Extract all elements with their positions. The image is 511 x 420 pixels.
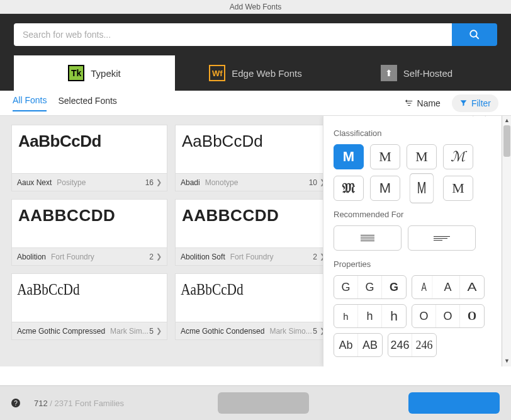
sort-button[interactable]: Name xyxy=(405,98,441,108)
font-card[interactable]: AABBCCDDAbolition SoftFort Foundry2❯ xyxy=(175,199,331,266)
scroll-thumb[interactable] xyxy=(503,125,510,157)
prop-contrast-opt[interactable]: O xyxy=(436,305,460,327)
tab-typekit-label: Typekit xyxy=(91,68,121,79)
filter-label: Filter xyxy=(471,98,491,108)
prop-width: AAA xyxy=(412,275,485,299)
sub-tab-selected-fonts[interactable]: Selected Fonts xyxy=(58,96,116,111)
font-meta: AbolitionFort Foundry2❯ xyxy=(12,247,167,265)
chevron-right-icon[interactable]: ❯ xyxy=(156,327,162,335)
classification-chip-3[interactable]: ℳ xyxy=(443,144,473,169)
classification-row: MMMℳ𝔐MMM xyxy=(334,144,491,201)
scroll-down-icon[interactable]: ▼ xyxy=(503,358,510,365)
sort-label: Name xyxy=(417,98,441,108)
svg-point-0 xyxy=(470,30,477,37)
chevron-right-icon[interactable]: ❯ xyxy=(156,253,162,261)
font-foundry: Monotype xyxy=(205,178,239,187)
filter-button[interactable]: Filter xyxy=(452,94,498,112)
prop-figures: 246246 xyxy=(388,333,437,357)
search-input[interactable] xyxy=(14,23,452,46)
font-variant-count: 5 xyxy=(149,327,154,336)
tab-edge-label: Edge Web Fonts xyxy=(232,68,301,79)
prop-weight-opt[interactable]: G xyxy=(358,276,382,298)
font-preview: AaBbCcDd xyxy=(176,125,330,173)
recommended-heading[interactable] xyxy=(408,225,476,251)
sub-tab-all-fonts[interactable]: All Fonts xyxy=(13,95,47,111)
font-card[interactable]: AaBbCcDdAaux NextPositype16❯ xyxy=(11,125,167,191)
chevron-right-icon[interactable]: ❯ xyxy=(156,178,162,186)
font-name: Acme Gothic Condensed xyxy=(181,327,264,336)
tab-edge[interactable]: Wf Edge Web Fonts xyxy=(175,55,336,91)
source-tabs: Tk Typekit Wf Edge Web Fonts ⬆ Self-Host… xyxy=(14,55,497,91)
prop-width-opt[interactable]: A xyxy=(416,276,433,298)
font-variant-count: 2 xyxy=(149,253,154,261)
prop-xheight: hhh xyxy=(334,304,407,328)
search-button[interactable] xyxy=(452,23,497,46)
font-card[interactable]: AaBbCcDdAcme Gothic CondensedMark Simo..… xyxy=(175,273,331,340)
tab-typekit[interactable]: Tk Typekit xyxy=(14,55,175,91)
font-meta: Acme Gothic CondensedMark Simo...5❯ xyxy=(176,322,330,339)
font-meta: Abolition SoftFort Foundry2❯ xyxy=(176,247,330,265)
font-variant-count: 16 xyxy=(145,178,154,187)
prop-xheight-opt[interactable]: h xyxy=(382,305,406,327)
font-preview: AaBbCcDd xyxy=(12,125,167,173)
count-visible: 712 xyxy=(34,399,48,408)
prop-contrast-opt[interactable]: O xyxy=(412,305,436,327)
paragraph-icon xyxy=(361,234,374,242)
properties-grid: GGGAAAhhhOOOAbAB246246 xyxy=(334,275,491,357)
classification-chip-4[interactable]: 𝔐 xyxy=(334,176,364,201)
font-name: Abolition Soft xyxy=(181,253,225,261)
prop-xheight-opt[interactable]: h xyxy=(334,305,358,327)
prop-xheight-opt[interactable]: h xyxy=(358,305,382,327)
heading-icon xyxy=(434,235,450,242)
font-card[interactable]: AaBbCcDdAcme Gothic CompressedMark Sim..… xyxy=(11,273,167,340)
scrollbar[interactable]: ▲ ▼ xyxy=(502,116,511,366)
done-button[interactable] xyxy=(408,392,500,414)
svg-line-1 xyxy=(476,36,479,39)
classification-chip-5[interactable]: M xyxy=(370,176,400,201)
prop-figures-opt[interactable]: 246 xyxy=(388,334,412,356)
tab-self-hosted[interactable]: ⬆ Self-Hosted xyxy=(336,55,497,91)
edge-icon: Wf xyxy=(209,65,225,81)
prop-weight: GGG xyxy=(334,275,407,299)
filter-heading-recommended: Recommended For xyxy=(334,210,491,219)
prop-contrast-opt[interactable]: O xyxy=(460,305,484,327)
font-count: 712 / 2371 Font Families xyxy=(34,399,124,408)
help-icon[interactable]: ? xyxy=(11,399,20,407)
font-name: Abadi xyxy=(181,178,200,187)
font-card[interactable]: AaBbCcDdAbadiMonotype10❯ xyxy=(175,125,331,191)
classification-chip-0[interactable]: M xyxy=(334,144,364,169)
font-card[interactable]: AABBCCDDAbolitionFort Foundry2❯ xyxy=(11,199,167,266)
font-preview: AaBbCcDd xyxy=(176,274,303,322)
font-foundry: Fort Foundry xyxy=(51,253,94,261)
scroll-up-icon[interactable]: ▲ xyxy=(503,117,510,125)
font-preview: AABBCCDD xyxy=(12,200,167,247)
classification-chip-6[interactable]: M xyxy=(410,173,434,203)
typekit-icon: Tk xyxy=(68,65,84,81)
filter-panel: Classification MMMℳ𝔐MMM Recommended For … xyxy=(323,116,502,366)
cancel-button[interactable] xyxy=(218,392,309,414)
font-foundry: Mark Simo... xyxy=(269,327,312,336)
prop-contrast: OOO xyxy=(412,304,485,328)
classification-chip-7[interactable]: M xyxy=(443,176,473,201)
window-titlebar: Add Web Fonts xyxy=(0,0,511,14)
font-meta: Acme Gothic CompressedMark Sim...5❯ xyxy=(12,322,167,339)
header: Tk Typekit Wf Edge Web Fonts ⬆ Self-Host… xyxy=(0,14,511,91)
prop-figures-opt[interactable]: 246 xyxy=(412,334,436,356)
classification-chip-1[interactable]: M xyxy=(370,144,400,169)
font-foundry: Mark Sim... xyxy=(110,327,149,336)
search-icon xyxy=(469,29,480,40)
font-variant-count: 2 xyxy=(313,253,317,261)
font-foundry: Positype xyxy=(57,178,86,187)
font-name: Abolition xyxy=(17,253,46,261)
font-name: Acme Gothic Compressed xyxy=(17,327,105,336)
classification-chip-2[interactable]: M xyxy=(407,144,437,169)
prop-case-opt[interactable]: AB xyxy=(358,334,382,356)
prop-weight-opt[interactable]: G xyxy=(334,276,358,298)
prop-case-opt[interactable]: Ab xyxy=(334,334,358,356)
font-foundry: Fort Foundry xyxy=(230,253,274,261)
prop-weight-opt[interactable]: G xyxy=(382,276,406,298)
tab-self-hosted-label: Self-Hosted xyxy=(403,68,452,79)
count-total: 2371 Font Families xyxy=(55,399,125,408)
prop-width-opt[interactable]: A xyxy=(457,276,485,298)
recommended-paragraph[interactable] xyxy=(334,225,402,251)
